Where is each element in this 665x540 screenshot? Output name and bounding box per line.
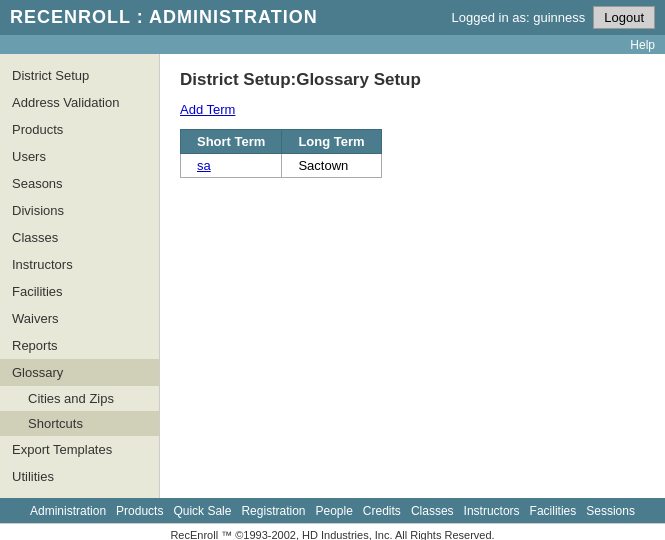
sidebar-subitem-shortcuts[interactable]: Shortcuts [0,411,159,436]
header-right: Logged in as: guinness Logout [452,6,655,29]
footer-nav-link-registration[interactable]: Registration [241,504,305,518]
page-title: District Setup:Glossary Setup [180,70,645,90]
footer-nav: AdministrationProductsQuick SaleRegistra… [0,498,665,523]
app-title: RECENROLL : ADMINISTRATION [10,7,318,28]
sidebar-item-utilities[interactable]: Utilities [0,463,159,490]
sidebar-item-export-templates[interactable]: Export Templates [0,436,159,463]
sidebar-item-users[interactable]: Users [0,143,159,170]
sidebar-item-address-validation[interactable]: Address Validation [0,89,159,116]
long-term-cell: Sactown [282,154,381,178]
short-term-link[interactable]: sa [197,158,211,173]
main-layout: District Setup Address Validation Produc… [0,54,665,498]
footer-nav-link-people[interactable]: People [315,504,352,518]
footer-copyright: RecEnroll ™ ©1993-2002, HD Industries, I… [0,523,665,540]
help-link[interactable]: Help [630,38,655,52]
sidebar-item-products[interactable]: Products [0,116,159,143]
col-header-long-term: Long Term [282,130,381,154]
col-header-short-term: Short Term [181,130,282,154]
sidebar-item-facilities[interactable]: Facilities [0,278,159,305]
sidebar-item-divisions[interactable]: Divisions [0,197,159,224]
footer-nav-link-facilities[interactable]: Facilities [530,504,577,518]
footer-nav-link-classes[interactable]: Classes [411,504,454,518]
logged-in-user: Logged in as: guinness [452,10,586,25]
add-term-link[interactable]: Add Term [180,102,645,117]
footer-nav-link-quick-sale[interactable]: Quick Sale [173,504,231,518]
footer-nav-link-sessions[interactable]: Sessions [586,504,635,518]
sidebar-item-district-setup[interactable]: District Setup [0,62,159,89]
sidebar-item-reports[interactable]: Reports [0,332,159,359]
sidebar-item-instructors[interactable]: Instructors [0,251,159,278]
sidebar-item-seasons[interactable]: Seasons [0,170,159,197]
footer-nav-link-instructors[interactable]: Instructors [464,504,520,518]
header: RECENROLL : ADMINISTRATION Logged in as:… [0,0,665,35]
footer-nav-link-administration[interactable]: Administration [30,504,106,518]
content-area: District Setup:Glossary Setup Add Term S… [160,54,665,498]
footer-nav-link-products[interactable]: Products [116,504,163,518]
sidebar: District Setup Address Validation Produc… [0,54,160,498]
sidebar-subitem-cities-zips[interactable]: Cities and Zips [0,386,159,411]
glossary-table: Short Term Long Term saSactown [180,129,382,178]
sidebar-item-classes[interactable]: Classes [0,224,159,251]
short-term-cell: sa [181,154,282,178]
footer-nav-link-credits[interactable]: Credits [363,504,401,518]
table-row: saSactown [181,154,382,178]
sidebar-item-waivers[interactable]: Waivers [0,305,159,332]
sidebar-item-glossary[interactable]: Glossary [0,359,159,386]
help-bar: Help [0,35,665,54]
logout-button[interactable]: Logout [593,6,655,29]
